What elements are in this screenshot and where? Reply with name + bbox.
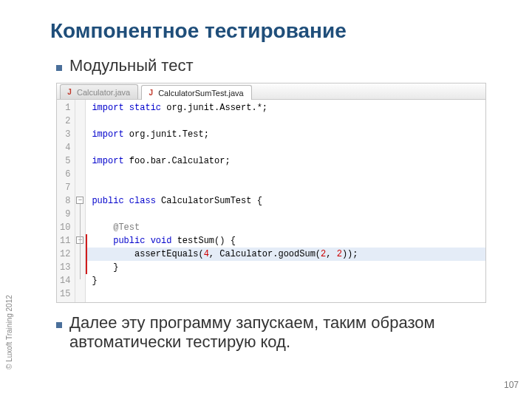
slide: Компонентное тестирование Модульный тест… — [0, 0, 532, 399]
page-number: 107 — [504, 380, 519, 390]
code-editor: J Calculator.java J CalculatorSumTest.ja… — [56, 83, 486, 303]
code-line — [86, 181, 485, 194]
tab-label: Calculator.java — [77, 88, 130, 97]
bullet-item-2: Далее эту программу запускаем, таким обр… — [56, 313, 501, 352]
line-number: 5 — [60, 154, 70, 168]
tab-inactive[interactable]: J Calculator.java — [60, 84, 138, 99]
code-line: import foo.bar.Calculator; — [86, 154, 485, 168]
line-number: 12 — [60, 248, 70, 261]
line-number: 4 — [60, 141, 70, 154]
line-number: 13 — [60, 261, 70, 274]
bullet-text: Далее эту программу запускаем, таким обр… — [69, 313, 501, 352]
line-number: 3 — [60, 128, 70, 141]
code-line: public void testSum() { — [86, 234, 485, 248]
bullet-text: Модульный тест — [69, 56, 193, 75]
bullet-marker — [56, 65, 62, 71]
code-line — [86, 115, 485, 128]
code-line — [86, 141, 485, 154]
code-line: import static org.junit.Assert.*; — [86, 101, 485, 115]
tab-label: CalculatorSumTest.java — [158, 89, 244, 98]
bullet-item-1: Модульный тест — [56, 56, 501, 75]
line-number: 9 — [60, 208, 70, 221]
line-number: 15 — [60, 287, 70, 301]
line-gutter: 123456789101112131415 — [57, 100, 75, 302]
tab-active[interactable]: J CalculatorSumTest.java — [141, 85, 252, 100]
editor-tabs: J Calculator.java J CalculatorSumTest.ja… — [57, 83, 485, 100]
code-line — [86, 287, 485, 301]
java-file-icon: J — [146, 89, 155, 98]
line-number: 2 — [60, 115, 70, 128]
code-area: 123456789101112131415 −− import static o… — [57, 100, 485, 302]
line-number: 11 — [60, 234, 70, 248]
java-file-icon: J — [65, 88, 74, 97]
line-number: 6 — [60, 168, 70, 181]
line-number: 8 — [60, 194, 70, 208]
code-line — [86, 168, 485, 181]
code-line: assertEquals(4, Calculator.goodSum(2, 2)… — [86, 248, 485, 261]
copyright: © Luxoft Training 2012 — [5, 295, 13, 369]
change-marker — [86, 234, 87, 274]
line-number: 14 — [60, 274, 70, 287]
code-line: public class CalculatorSumTest { — [86, 194, 485, 208]
fold-toggle-icon[interactable]: − — [76, 197, 83, 204]
line-number: 1 — [60, 101, 70, 115]
page-title: Компонентное тестирование — [50, 19, 501, 43]
code-line: } — [86, 274, 485, 287]
code-line: @Test — [86, 221, 485, 234]
bullet-marker — [56, 322, 62, 328]
code-body[interactable]: import static org.junit.Assert.*;import … — [86, 100, 485, 302]
line-number: 10 — [60, 221, 70, 234]
code-line: import org.junit.Test; — [86, 128, 485, 141]
code-line: } — [86, 261, 485, 274]
line-number: 7 — [60, 181, 70, 194]
fold-gutter: −− — [75, 100, 86, 302]
fold-line — [80, 204, 81, 279]
code-line — [86, 208, 485, 221]
